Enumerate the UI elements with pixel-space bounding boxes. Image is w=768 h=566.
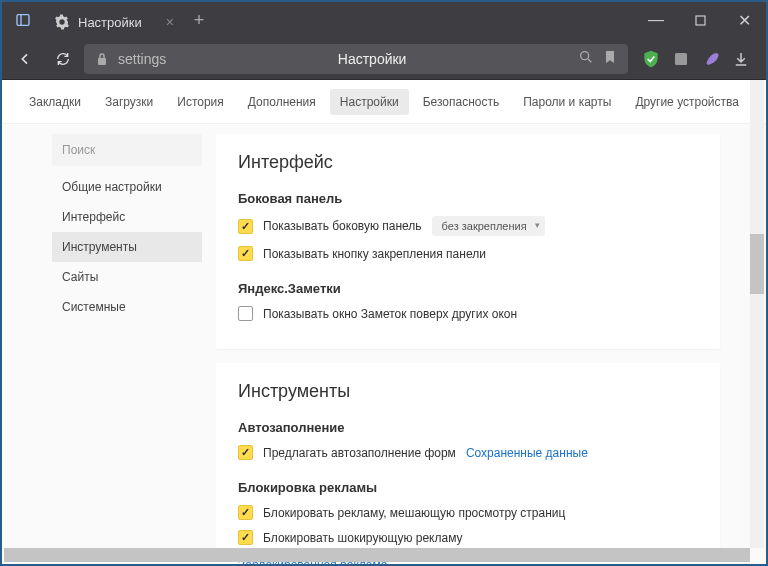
nav-security[interactable]: Безопасность xyxy=(413,89,510,115)
settings-top-nav: Закладки Загрузки История Дополнения Нас… xyxy=(2,80,766,124)
content-area: Закладки Загрузки История Дополнения Нас… xyxy=(2,80,766,564)
vertical-scrollbar-thumb[interactable] xyxy=(750,234,764,294)
nav-devices[interactable]: Другие устройства xyxy=(625,89,749,115)
lock-icon xyxy=(94,51,110,67)
label-block-shocking: Блокировать шокирующую рекламу xyxy=(263,531,463,545)
checkbox-notes-on-top[interactable] xyxy=(238,306,253,321)
reload-button[interactable] xyxy=(46,42,80,76)
svg-rect-0 xyxy=(17,15,29,26)
settings-panels: Интерфейс Боковая панель Показывать боко… xyxy=(216,134,726,564)
horizontal-scrollbar-thumb[interactable] xyxy=(4,548,750,562)
sidebar-item-sites[interactable]: Сайты xyxy=(52,262,202,292)
bookmark-icon[interactable] xyxy=(602,49,618,68)
panel-tools: Инструменты Автозаполнение Предлагать ав… xyxy=(216,363,720,564)
nav-downloads[interactable]: Загрузки xyxy=(95,89,163,115)
panel-interface: Интерфейс Боковая панель Показывать боко… xyxy=(216,134,720,349)
nav-settings[interactable]: Настройки xyxy=(330,89,409,115)
sidebar-item-interface[interactable]: Интерфейс xyxy=(52,202,202,232)
checkbox-offer-autofill[interactable] xyxy=(238,445,253,460)
label-block-intrusive: Блокировать рекламу, мешающую просмотру … xyxy=(263,506,565,520)
page-title: Настройки xyxy=(174,51,570,67)
sidebar-item-tools[interactable]: Инструменты xyxy=(52,232,202,262)
sidebar-item-system[interactable]: Системные xyxy=(52,292,202,322)
nav-addons[interactable]: Дополнения xyxy=(238,89,326,115)
url-text: settings xyxy=(118,51,166,67)
horizontal-scrollbar-track[interactable] xyxy=(4,548,750,562)
subheading-adblock: Блокировка рекламы xyxy=(238,480,698,495)
label-offer-autofill: Предлагать автозаполнение форм xyxy=(263,446,456,460)
nav-passwords[interactable]: Пароли и карты xyxy=(513,89,621,115)
search-input[interactable]: Поиск xyxy=(52,134,202,166)
label-show-side-panel: Показывать боковую панель xyxy=(263,219,422,233)
close-window-button[interactable]: ✕ xyxy=(722,2,766,38)
checkbox-show-side-panel[interactable] xyxy=(238,219,253,234)
downloads-icon[interactable] xyxy=(730,48,752,70)
window-controls: — ✕ xyxy=(634,2,766,38)
gear-icon xyxy=(54,14,70,30)
nav-history[interactable]: История xyxy=(167,89,234,115)
svg-rect-3 xyxy=(98,58,106,65)
checkbox-block-intrusive[interactable] xyxy=(238,505,253,520)
dropdown-pin-mode[interactable]: без закрепления xyxy=(432,216,545,236)
settings-sidebar: Поиск Общие настройки Интерфейс Инструме… xyxy=(52,134,202,564)
subheading-autofill: Автозаполнение xyxy=(238,420,698,435)
search-placeholder: Поиск xyxy=(62,143,95,157)
back-button[interactable] xyxy=(8,42,42,76)
extension-icons xyxy=(632,48,760,70)
tab-title: Настройки xyxy=(78,15,142,30)
feather-icon[interactable] xyxy=(700,48,722,70)
close-tab-icon[interactable]: × xyxy=(166,14,174,30)
tab-bar: Настройки × + xyxy=(2,2,634,38)
vertical-scrollbar-track[interactable] xyxy=(750,80,764,548)
extension-icon[interactable] xyxy=(670,48,692,70)
svg-rect-6 xyxy=(675,53,687,65)
maximize-button[interactable] xyxy=(678,2,722,38)
checkbox-show-pin-button[interactable] xyxy=(238,246,253,261)
browser-tab[interactable]: Настройки × xyxy=(44,6,184,38)
address-bar: settings Настройки xyxy=(2,38,766,80)
nav-bookmarks[interactable]: Закладки xyxy=(19,89,91,115)
label-notes-on-top: Показывать окно Заметок поверх других ок… xyxy=(263,307,517,321)
label-show-pin-button: Показывать кнопку закрепления панели xyxy=(263,247,486,261)
titlebar: Настройки × + — ✕ xyxy=(2,2,766,38)
protect-shield-icon[interactable] xyxy=(640,48,662,70)
minimize-button[interactable]: — xyxy=(634,2,678,38)
side-panel-toggle-icon[interactable] xyxy=(2,2,44,38)
search-icon[interactable] xyxy=(578,49,594,68)
panel-title-interface: Интерфейс xyxy=(238,152,698,173)
main-content: Поиск Общие настройки Интерфейс Инструме… xyxy=(2,124,766,564)
subheading-notes: Яндекс.Заметки xyxy=(238,281,698,296)
svg-rect-2 xyxy=(696,16,705,25)
link-saved-data[interactable]: Сохраненные данные xyxy=(466,446,588,460)
subheading-side-panel: Боковая панель xyxy=(238,191,698,206)
svg-line-5 xyxy=(588,59,591,62)
panel-title-tools: Инструменты xyxy=(238,381,698,402)
checkbox-block-shocking[interactable] xyxy=(238,530,253,545)
url-input[interactable]: settings Настройки xyxy=(84,44,628,74)
new-tab-button[interactable]: + xyxy=(184,10,214,31)
sidebar-item-general[interactable]: Общие настройки xyxy=(52,172,202,202)
svg-point-4 xyxy=(581,52,589,60)
